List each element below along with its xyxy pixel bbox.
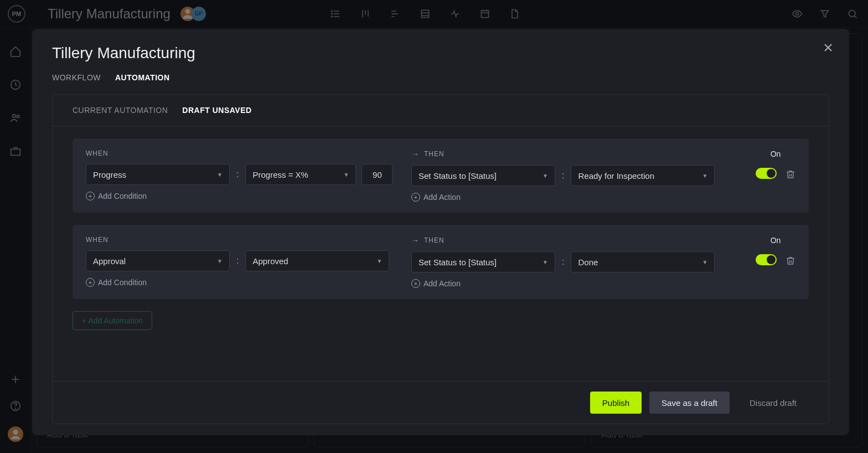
automation-panel: CURRENT AUTOMATION DRAFT UNSAVED WHEN Pr… [52, 94, 829, 424]
then-label: → THEN [411, 150, 721, 158]
chevron-down-icon: ▼ [542, 259, 548, 265]
select-value: Progress [93, 170, 126, 179]
plus-circle-icon: + [86, 192, 95, 200]
project-title: Tillery Manufacturing [48, 6, 170, 22]
svg-point-20 [796, 12, 799, 15]
board-icon[interactable] [360, 8, 371, 19]
trigger-field-select[interactable]: Approval ▼ [86, 250, 230, 271]
trigger-field-select[interactable]: Progress ▼ [86, 164, 230, 185]
team-icon[interactable] [9, 112, 22, 124]
home-icon[interactable] [9, 45, 22, 58]
chevron-down-icon: ▼ [217, 258, 223, 264]
chevron-down-icon: ▼ [344, 172, 349, 178]
add-condition-button[interactable]: + Add Condition [86, 192, 396, 200]
list-icon[interactable] [330, 8, 341, 19]
avatar[interactable]: GP [192, 7, 206, 21]
trash-icon[interactable] [786, 256, 795, 266]
colon: : [561, 171, 565, 181]
top-bar: PM Tillery Manufacturing GP [0, 0, 868, 28]
trash-icon[interactable] [786, 169, 795, 179]
sheet-icon[interactable] [420, 8, 431, 19]
select-value: Approval [93, 256, 126, 266]
tab-automation[interactable]: AUTOMATION [115, 73, 170, 82]
discard-draft-button[interactable]: Discard draft [737, 392, 809, 414]
add-action-label: Add Action [423, 279, 461, 288]
search-icon[interactable] [847, 8, 858, 19]
action-value-select[interactable]: Ready for Inspection ▼ [571, 165, 715, 186]
svg-marker-21 [821, 11, 828, 17]
rule-toggle[interactable] [756, 254, 777, 265]
toggle-label: On [771, 150, 781, 158]
svg-rect-16 [481, 11, 488, 18]
member-avatars[interactable]: GP [180, 7, 203, 21]
add-action-label: Add Action [423, 193, 461, 202]
save-draft-button[interactable]: Save as a draft [649, 392, 730, 414]
activity-icon[interactable] [450, 8, 461, 19]
trigger-operator-select[interactable]: Progress = X% ▼ [245, 164, 356, 185]
svg-point-4 [331, 11, 332, 12]
filter-icon[interactable] [819, 8, 830, 19]
add-action-button[interactable]: + Add Action [411, 193, 721, 202]
left-rail [0, 28, 31, 453]
svg-point-5 [331, 13, 332, 14]
plus-circle-icon: + [411, 193, 420, 202]
plus-circle-icon: + [411, 279, 420, 288]
select-value: Done [578, 258, 598, 267]
svg-rect-13 [421, 10, 428, 17]
action-field-select[interactable]: Set Status to [Status] ▼ [411, 251, 555, 272]
svg-rect-27 [11, 149, 20, 155]
calendar-icon[interactable] [479, 8, 490, 19]
gantt-icon[interactable] [390, 8, 401, 19]
chevron-down-icon: ▼ [217, 172, 223, 178]
svg-point-26 [17, 115, 19, 118]
clock-icon[interactable] [9, 79, 22, 91]
toggle-label: On [771, 236, 781, 245]
panel-tab-current[interactable]: CURRENT AUTOMATION [73, 106, 168, 115]
select-value: Set Status to [Status] [418, 258, 497, 267]
arrow-right-icon: → [411, 150, 420, 158]
trigger-value-input[interactable] [361, 164, 392, 185]
svg-point-31 [15, 408, 16, 409]
select-value: Progress = X% [252, 170, 308, 179]
panel-tab-draft[interactable]: DRAFT UNSAVED [182, 106, 251, 115]
action-field-select[interactable]: Set Status to [Status] ▼ [411, 165, 555, 186]
when-label: WHEN [86, 150, 396, 157]
automation-rule: WHEN Approval ▼ : Approved ▼ + [73, 225, 809, 299]
svg-point-0 [185, 9, 190, 14]
briefcase-icon[interactable] [9, 145, 22, 157]
add-condition-label: Add Condition [98, 278, 147, 287]
user-avatar[interactable] [8, 426, 23, 442]
plus-icon[interactable] [9, 373, 22, 385]
add-action-button[interactable]: + Add Action [411, 279, 721, 288]
colon: : [561, 257, 565, 267]
publish-button[interactable]: Publish [590, 392, 642, 414]
chevron-down-icon: ▼ [702, 259, 708, 265]
action-value-select[interactable]: Done ▼ [571, 251, 715, 272]
automation-modal: Tillery Manufacturing WORKFLOW AUTOMATIO… [32, 29, 849, 435]
svg-point-25 [12, 115, 16, 118]
automation-rule: WHEN Progress ▼ : Progress = X% ▼ [73, 138, 809, 213]
file-icon[interactable] [509, 8, 520, 19]
add-condition-button[interactable]: + Add Condition [86, 278, 396, 287]
rule-toggle[interactable] [756, 168, 777, 179]
then-label: → THEN [411, 236, 721, 245]
app-logo: PM [8, 5, 25, 23]
plus-circle-icon: + [86, 278, 95, 287]
panel-footer: Publish Save as a draft Discard draft [53, 381, 829, 424]
svg-point-32 [13, 430, 18, 435]
tab-workflow[interactable]: WORKFLOW [52, 73, 101, 82]
select-value: Set Status to [Status] [418, 171, 497, 181]
arrow-right-icon: → [411, 236, 420, 245]
add-automation-button[interactable]: + Add Automation [73, 311, 152, 330]
chevron-down-icon: ▼ [702, 173, 708, 179]
svg-point-6 [331, 16, 332, 17]
select-value: Approved [252, 256, 288, 266]
trigger-operator-select[interactable]: Approved ▼ [245, 250, 389, 271]
eye-icon[interactable] [792, 8, 803, 19]
close-icon[interactable] [822, 41, 835, 54]
modal-title: Tillery Manufacturing [52, 44, 829, 62]
help-icon[interactable] [9, 400, 22, 412]
add-condition-label: Add Condition [98, 192, 147, 200]
svg-point-22 [849, 10, 855, 17]
colon: : [235, 169, 240, 179]
